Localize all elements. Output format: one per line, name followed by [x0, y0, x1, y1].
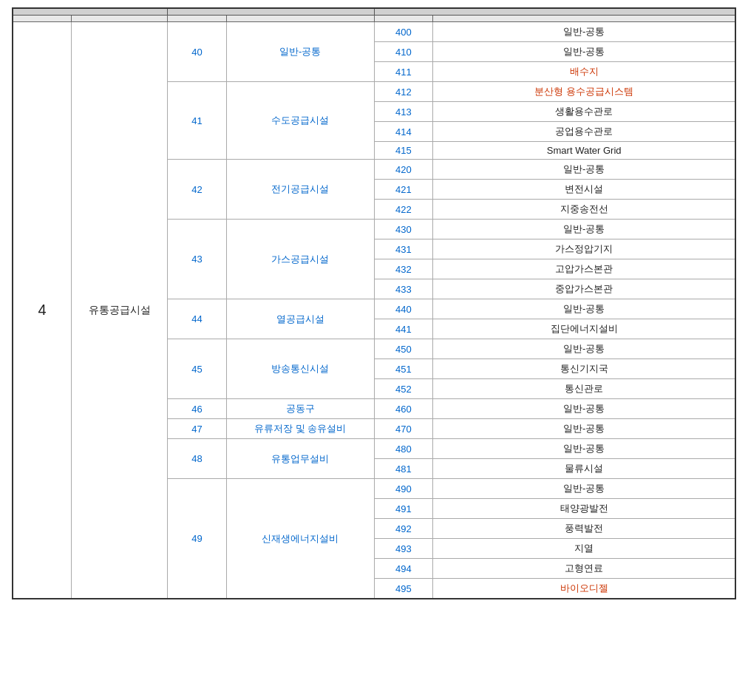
level1-header: [13, 8, 168, 16]
level3-code: 410: [374, 42, 433, 62]
level2-name: 신재생에너지설비: [226, 479, 374, 599]
level2-code: 47: [168, 419, 227, 439]
classification-table: 4유통공급시설40일반-공통400일반-공통410일반-공통411배수지41수도…: [12, 7, 736, 599]
level2-code: 43: [168, 220, 227, 299]
level2-code: 46: [168, 399, 227, 419]
table-row: 4유통공급시설40일반-공통400일반-공통: [13, 22, 735, 42]
level3-name: 배수지: [433, 62, 735, 82]
level3-header: [374, 8, 735, 16]
level3-name: 분산형 용수공급시스템: [433, 82, 735, 102]
level3-code: 492: [374, 519, 433, 539]
level3-code: 491: [374, 499, 433, 519]
level3-name: 일반-공통: [433, 42, 735, 62]
level3-code: 490: [374, 479, 433, 499]
level3-code: 413: [374, 102, 433, 122]
level2-code: 41: [168, 82, 227, 160]
level3-name: 고압가스본관: [433, 259, 735, 279]
level2-name: 수도공급시설: [226, 82, 374, 160]
level3-code: 422: [374, 200, 433, 220]
level3-code: 441: [374, 319, 433, 339]
level3-name: 일반-공통: [433, 299, 735, 319]
level3-code: 415: [374, 142, 433, 160]
level3-name: 일반-공통: [433, 399, 735, 419]
level2-code: 44: [168, 299, 227, 339]
level3-name: 태양광발전: [433, 499, 735, 519]
level3-name: 일반-공통: [433, 479, 735, 499]
level3-name: 집단에너지설비: [433, 319, 735, 339]
l2-code-header: [168, 16, 227, 22]
level2-header: [168, 8, 374, 16]
level3-code: 470: [374, 419, 433, 439]
level3-code: 432: [374, 259, 433, 279]
level3-name: 변전시설: [433, 180, 735, 200]
l1-code-header: [13, 16, 72, 22]
level3-name: 통신관로: [433, 379, 735, 399]
level3-name: 일반-공통: [433, 220, 735, 239]
level3-code: 460: [374, 399, 433, 419]
level2-name: 유류저장 및 송유설비: [226, 419, 374, 439]
level3-name: 생활용수관로: [433, 102, 735, 122]
level2-name: 일반-공통: [226, 22, 374, 82]
level3-name: 가스정압기지: [433, 239, 735, 259]
level1-name: 유통공급시설: [72, 22, 168, 599]
level3-code: 450: [374, 339, 433, 359]
level3-code: 452: [374, 379, 433, 399]
level3-code: 420: [374, 160, 433, 180]
level3-code: 412: [374, 82, 433, 102]
level3-name: 일반-공통: [433, 439, 735, 459]
level3-code: 400: [374, 22, 433, 42]
level2-code: 40: [168, 22, 227, 82]
level2-code: 48: [168, 439, 227, 479]
level3-name: 일반-공통: [433, 339, 735, 359]
level3-name: Smart Water Grid: [433, 142, 735, 160]
level3-code: 480: [374, 439, 433, 459]
l2-name-header: [226, 16, 374, 22]
level3-name: 고형연료: [433, 559, 735, 579]
level3-code: 421: [374, 180, 433, 200]
l3-code-header: [374, 16, 433, 22]
level3-name: 바이오디젤: [433, 579, 735, 599]
level3-code: 414: [374, 122, 433, 142]
level3-name: 일반-공통: [433, 160, 735, 180]
level3-name: 물류시설: [433, 459, 735, 479]
level3-code: 431: [374, 239, 433, 259]
level2-name: 열공급시설: [226, 299, 374, 339]
level3-name: 지열: [433, 539, 735, 559]
level3-name: 일반-공통: [433, 419, 735, 439]
level2-name: 가스공급시설: [226, 220, 374, 299]
level2-name: 유통업무설비: [226, 439, 374, 479]
l3-name-header: [433, 16, 735, 22]
l1-name-header: [72, 16, 168, 22]
level3-name: 통신기지국: [433, 359, 735, 379]
level3-code: 411: [374, 62, 433, 82]
level3-code: 440: [374, 299, 433, 319]
level2-code: 42: [168, 160, 227, 220]
level1-code: 4: [13, 22, 72, 599]
level3-code: 430: [374, 220, 433, 239]
level2-code: 45: [168, 339, 227, 399]
level3-code: 481: [374, 459, 433, 479]
level3-name: 풍력발전: [433, 519, 735, 539]
level3-name: 지중송전선: [433, 200, 735, 220]
level3-code: 493: [374, 539, 433, 559]
level3-code: 433: [374, 279, 433, 299]
level3-name: 공업용수관로: [433, 122, 735, 142]
level3-code: 495: [374, 579, 433, 599]
level2-name: 방송통신시설: [226, 339, 374, 399]
level3-name: 일반-공통: [433, 22, 735, 42]
level3-code: 494: [374, 559, 433, 579]
level3-code: 451: [374, 359, 433, 379]
level2-code: 49: [168, 479, 227, 599]
level2-name: 공동구: [226, 399, 374, 419]
level2-name: 전기공급시설: [226, 160, 374, 220]
level3-name: 중압가스본관: [433, 279, 735, 299]
